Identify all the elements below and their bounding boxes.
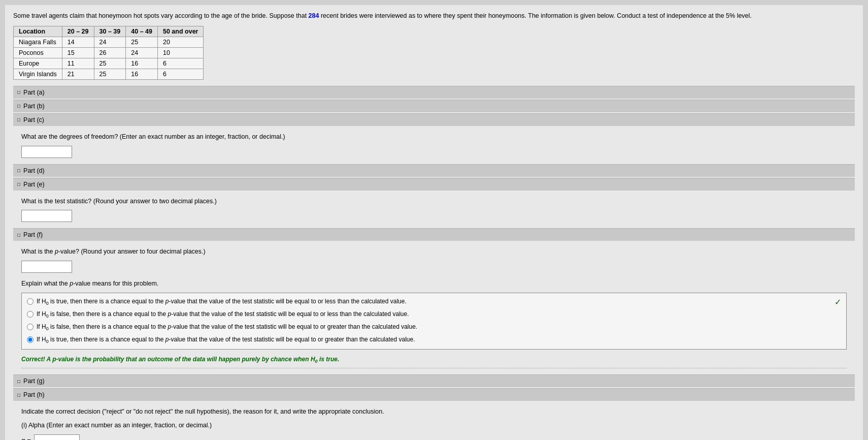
part-b-section[interactable]: □ Part (b) <box>13 100 855 112</box>
table-cell-3-4: 6 <box>157 69 203 79</box>
part-d-section[interactable]: □ Part (d) <box>13 164 855 177</box>
radio-label-2: If H0 is false, then there is a chance e… <box>37 310 409 320</box>
part-a-arrow: □ <box>17 89 20 95</box>
radio-input-3[interactable] <box>27 324 34 330</box>
part-f-question: What is the p-value? (Round your answer … <box>21 247 847 257</box>
part-f-arrow: □ <box>17 232 20 238</box>
radio-option-1: If H0 is true, then there is a chance eq… <box>27 297 834 307</box>
part-d-arrow: □ <box>17 168 20 173</box>
table-cell-2-3: 16 <box>126 58 158 69</box>
part-e-section[interactable]: □ Part (e) <box>13 178 855 191</box>
part-f-sub-question: Explain what the p-value means for this … <box>21 279 847 289</box>
radio-input-2[interactable] <box>27 311 34 318</box>
radio-option-3: If H0 is false, then there is a chance e… <box>27 323 841 332</box>
table-cell-2-2: 25 <box>94 58 126 69</box>
part-a-label: Part (a) <box>23 89 45 96</box>
intro-after: recent brides were interviewed as to whe… <box>319 12 751 19</box>
part-g-section[interactable]: □ Part (g) <box>13 374 855 387</box>
part-e-label: Part (e) <box>23 181 45 188</box>
table-cell-3-1: 21 <box>62 69 94 79</box>
part-b-label: Part (b) <box>23 103 45 110</box>
table-cell-1-3: 24 <box>126 47 158 58</box>
data-table: Location 20 – 29 30 – 39 40 – 49 50 and … <box>13 26 204 80</box>
part-c-arrow: □ <box>17 117 20 122</box>
part-h-label: Part (h) <box>23 391 45 398</box>
part-h-question: Indicate the correct decision ("reject" … <box>21 407 847 417</box>
part-g-arrow: □ <box>17 379 20 384</box>
alpha-label: α = <box>21 436 31 440</box>
part-e-arrow: □ <box>17 181 20 187</box>
table-row: Europe1125166 <box>14 58 204 69</box>
main-container: Some travel agents claim that honeymoon … <box>5 5 863 440</box>
checkmark-icon: ✓ <box>834 297 841 307</box>
part-h-arrow: □ <box>17 392 20 398</box>
highlight-number: 284 <box>309 12 319 19</box>
table-cell-3-2: 25 <box>94 69 126 79</box>
degrees-of-freedom-input[interactable] <box>21 146 72 158</box>
col-header-50-over: 50 and over <box>157 26 203 37</box>
table-cell-1-1: 15 <box>62 47 94 58</box>
radio-option-2: If H0 is false, then there is a chance e… <box>27 310 841 320</box>
part-g-label: Part (g) <box>23 378 45 385</box>
alpha-input[interactable] <box>34 434 80 440</box>
table-row: Virgin Islands2125166 <box>14 69 204 79</box>
part-c-question: What are the degrees of freedom? (Enter … <box>21 132 847 142</box>
part-a-section[interactable]: □ Part (a) <box>13 86 855 99</box>
intro-before: Some travel agents claim that honeymoon … <box>13 12 309 19</box>
part-e-question: What is the test statistic? (Round your … <box>21 197 847 206</box>
radio-group: ✓ If H0 is true, then there is a chance … <box>21 293 847 350</box>
part-h-section[interactable]: □ Part (h) <box>13 388 855 401</box>
part-h-sub-question: (i) Alpha (Enter an exact number as an i… <box>21 421 847 430</box>
part-c-label: Part (c) <box>23 116 44 123</box>
radio-label-4: If H0 is true, then there is a chance eq… <box>37 335 415 345</box>
part-f-label: Part (f) <box>23 231 43 238</box>
table-row: Niagara Falls14242520 <box>14 37 204 47</box>
col-header-30-39: 30 – 39 <box>94 26 126 37</box>
table-cell-0-3: 25 <box>126 37 158 47</box>
test-statistic-input[interactable] <box>21 210 72 222</box>
radio-label-1: If H0 is true, then there is a chance eq… <box>37 297 407 307</box>
table-cell-0-4: 20 <box>157 37 203 47</box>
table-cell-0-2: 24 <box>94 37 126 47</box>
table-cell-2-1: 11 <box>62 58 94 69</box>
table-cell-2-0: Europe <box>14 58 62 69</box>
part-e-content: What is the test statistic? (Round your … <box>13 192 855 229</box>
col-header-location: Location <box>14 26 62 37</box>
table-cell-2-4: 6 <box>157 58 203 69</box>
radio-option-4: If H0 is true, then there is a chance eq… <box>27 335 841 345</box>
part-c-content: What are the degrees of freedom? (Enter … <box>13 127 855 164</box>
col-header-40-49: 40 – 49 <box>126 26 158 37</box>
part-d-label: Part (d) <box>23 167 45 174</box>
pvalue-input[interactable] <box>21 261 72 273</box>
table-cell-3-0: Virgin Islands <box>14 69 62 79</box>
radio-input-1[interactable] <box>27 298 34 305</box>
table-cell-0-1: 14 <box>62 37 94 47</box>
part-h-content: Indicate the correct decision ("reject" … <box>13 402 855 440</box>
part-b-arrow: □ <box>17 103 20 109</box>
part-f-section[interactable]: □ Part (f) <box>13 228 855 241</box>
table-cell-1-0: Poconos <box>14 47 62 58</box>
col-header-20-29: 20 – 29 <box>62 26 94 37</box>
radio-label-3: If H0 is false, then there is a chance e… <box>37 323 417 332</box>
correct-feedback: Correct! A p-value is the probability th… <box>21 354 847 368</box>
part-f-content: What is the p-value? (Round your answer … <box>13 242 855 374</box>
pvalue-italic2: p <box>70 280 73 287</box>
table-cell-3-3: 16 <box>126 69 158 79</box>
table-cell-1-4: 10 <box>157 47 203 58</box>
part-c-section[interactable]: □ Part (c) <box>13 113 855 126</box>
table-cell-1-2: 26 <box>94 47 126 58</box>
pvalue-italic: p <box>55 248 58 255</box>
table-row: Poconos15262410 <box>14 47 204 58</box>
radio-input-4[interactable] <box>27 336 34 343</box>
table-cell-0-0: Niagara Falls <box>14 37 62 47</box>
intro-text: Some travel agents claim that honeymoon … <box>13 11 855 21</box>
